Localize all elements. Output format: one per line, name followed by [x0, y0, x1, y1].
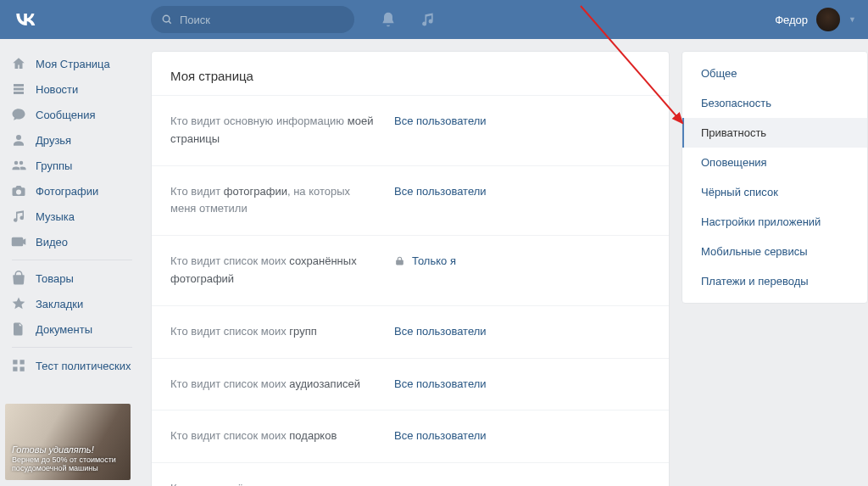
- privacy-row-value[interactable]: Все пользователи: [394, 113, 487, 127]
- privacy-row-label: Кто видит список моих аудиозаписей: [170, 376, 374, 394]
- nav-label: Друзья: [36, 134, 71, 147]
- nav-item-my-page[interactable]: Моя Страница: [5, 51, 139, 76]
- nav-label: Тест политических: [36, 360, 131, 372]
- search-icon: [161, 14, 173, 25]
- bell-icon[interactable]: [380, 11, 397, 28]
- vk-logo[interactable]: [8, 8, 42, 31]
- privacy-row: Кто видит основную информацию моей стран…: [152, 95, 669, 165]
- search-box[interactable]: [151, 6, 354, 33]
- privacy-row: Кто видит список моих аудиозаписейВсе по…: [152, 358, 669, 411]
- privacy-row-value[interactable]: Все пользователи: [394, 427, 487, 442]
- privacy-row-value[interactable]: Только я: [394, 253, 456, 267]
- privacy-row-label: Кто видит основную информацию моей стран…: [170, 113, 374, 148]
- nav-label: Видео: [36, 236, 68, 249]
- nav-item-market[interactable]: Товары: [5, 265, 139, 291]
- header-icons: [380, 11, 436, 28]
- svg-rect-5: [20, 367, 25, 371]
- vk-logo-icon: [14, 8, 37, 31]
- nav-item-groups[interactable]: Группы: [5, 153, 139, 178]
- privacy-value-text: Все пользователи: [394, 429, 487, 442]
- settings-tab-notify[interactable]: Оповещения: [682, 148, 867, 177]
- ad-banner[interactable]: Готовы удивлять! Вернем до 50% от стоимо…: [5, 404, 131, 480]
- svg-line-1: [169, 21, 171, 24]
- privacy-row-value[interactable]: Все пользователи: [394, 376, 487, 390]
- nav-item-bookmarks[interactable]: Закладки: [5, 291, 139, 316]
- left-nav: Моя СтраницаНовостиСообщенияДрузьяГруппы…: [0, 51, 139, 480]
- camera-icon: [10, 183, 27, 198]
- privacy-value-text: Все пользователи: [394, 325, 487, 338]
- user-menu[interactable]: Федор ▼: [775, 8, 860, 31]
- music-icon[interactable]: [419, 11, 436, 28]
- feed-icon: [10, 81, 27, 97]
- settings-tab-black[interactable]: Чёрный список: [682, 177, 867, 207]
- home-icon: [10, 56, 27, 71]
- search-wrap: [151, 6, 354, 33]
- settings-tab-general[interactable]: Общее: [682, 59, 867, 88]
- settings-tab-mobile[interactable]: Мобильные сервисы: [682, 237, 867, 266]
- nav-separator: [12, 260, 132, 260]
- svg-point-0: [163, 15, 170, 22]
- users-icon: [10, 158, 27, 173]
- nav-item-apptest[interactable]: Тест политических: [5, 353, 139, 378]
- nav-label: Музыка: [36, 210, 75, 223]
- apps-icon: [10, 358, 27, 373]
- settings-tab-privacy[interactable]: Приватность: [682, 118, 867, 148]
- nav-item-friends[interactable]: Друзья: [5, 127, 139, 153]
- svg-rect-4: [13, 367, 17, 371]
- music-icon: [10, 209, 27, 224]
- privacy-value-text: Все пользователи: [394, 115, 487, 127]
- msg-icon: [10, 107, 27, 122]
- nav-item-news[interactable]: Новости: [5, 76, 139, 102]
- privacy-row: Кто видит фотографии, на которых меня от…: [152, 165, 669, 236]
- privacy-row-label: Кто видит список моих сохранённых фотогр…: [170, 253, 374, 288]
- nav-label: Товары: [36, 272, 74, 285]
- privacy-value-text: Все пользователи: [394, 377, 487, 390]
- ad-text: Готовы удивлять! Вернем до 50% от стоимо…: [12, 444, 124, 473]
- right-nav: ОбщееБезопасностьПриватностьОповещенияЧё…: [682, 51, 868, 304]
- privacy-row: Кто видит моё местоположение: [152, 462, 669, 486]
- page-title: Моя страница: [152, 52, 669, 95]
- settings-tab-security[interactable]: Безопасность: [682, 88, 867, 118]
- nav-item-videos[interactable]: Видео: [5, 229, 139, 254]
- page-layout: Моя СтраницаНовостиСообщенияДрузьяГруппы…: [0, 39, 868, 486]
- nav-separator: [12, 347, 132, 348]
- nav-label: Моя Страница: [36, 58, 110, 70]
- chevron-down-icon: ▼: [849, 15, 856, 24]
- video-icon: [10, 234, 27, 249]
- nav-label: Закладки: [36, 298, 83, 310]
- privacy-row: Кто видит список моих группВсе пользоват…: [152, 305, 669, 358]
- privacy-row-label: Кто видит моё местоположение: [170, 480, 374, 486]
- privacy-row-label: Кто видит список моих групп: [170, 323, 374, 341]
- user-name: Федор: [775, 14, 808, 26]
- bag-icon: [10, 271, 27, 286]
- svg-rect-3: [20, 360, 25, 364]
- settings-panel: Моя страница Кто видит основную информац…: [151, 51, 670, 486]
- top-header: Федор ▼: [0, 0, 868, 39]
- nav-label: Новости: [36, 83, 78, 96]
- ad-title: Готовы удивлять!: [12, 444, 124, 455]
- privacy-row-value[interactable]: Все пользователи: [394, 323, 487, 338]
- nav-item-music[interactable]: Музыка: [5, 204, 139, 229]
- nav-item-messages[interactable]: Сообщения: [5, 102, 139, 127]
- nav-item-photos[interactable]: Фотографии: [5, 178, 139, 204]
- privacy-row: Кто видит список моих подарковВсе пользо…: [152, 410, 669, 462]
- nav-label: Сообщения: [36, 109, 96, 121]
- header-inner: Федор ▼: [8, 0, 860, 39]
- nav-item-docs[interactable]: Документы: [5, 316, 139, 342]
- avatar: [816, 8, 840, 31]
- privacy-row-label: Кто видит список моих подарков: [170, 427, 374, 445]
- privacy-row-label: Кто видит фотографии, на которых меня от…: [170, 183, 374, 219]
- doc-icon: [10, 321, 27, 337]
- star-icon: [10, 296, 27, 311]
- privacy-row-value[interactable]: Все пользователи: [394, 183, 487, 198]
- settings-tab-appset[interactable]: Настройки приложений: [682, 207, 867, 237]
- svg-rect-2: [13, 360, 17, 364]
- search-input[interactable]: [180, 14, 344, 26]
- ad-subtitle: Вернем до 50% от стоимости посудомоечной…: [12, 456, 124, 473]
- nav-label: Фотографии: [36, 185, 98, 198]
- privacy-row: Кто видит список моих сохранённых фотогр…: [152, 235, 669, 305]
- user-icon: [10, 132, 27, 148]
- settings-tab-pay[interactable]: Платежи и переводы: [682, 266, 867, 296]
- nav-label: Документы: [36, 323, 92, 336]
- privacy-value-text: Только я: [412, 254, 456, 267]
